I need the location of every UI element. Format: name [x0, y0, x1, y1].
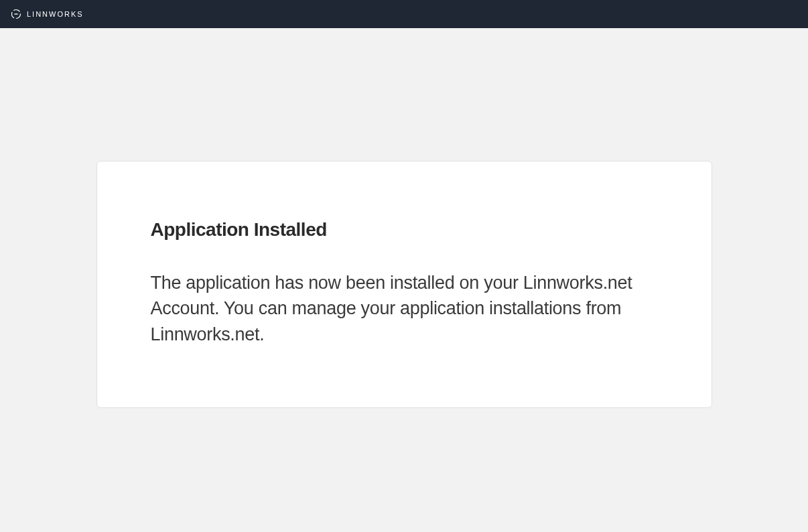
card-title: Application Installed: [151, 219, 658, 241]
brand-logo-container: LINNWORKS: [0, 0, 115, 28]
brand-name: LINNWORKS: [27, 10, 84, 18]
linnworks-logo-icon: [11, 9, 21, 19]
app-header: LINNWORKS: [0, 0, 808, 28]
confirmation-card: Application Installed The application ha…: [96, 161, 712, 408]
main-content: Application Installed The application ha…: [0, 28, 808, 408]
card-body: The application has now been installed o…: [151, 270, 647, 347]
svg-point-1: [15, 13, 17, 15]
